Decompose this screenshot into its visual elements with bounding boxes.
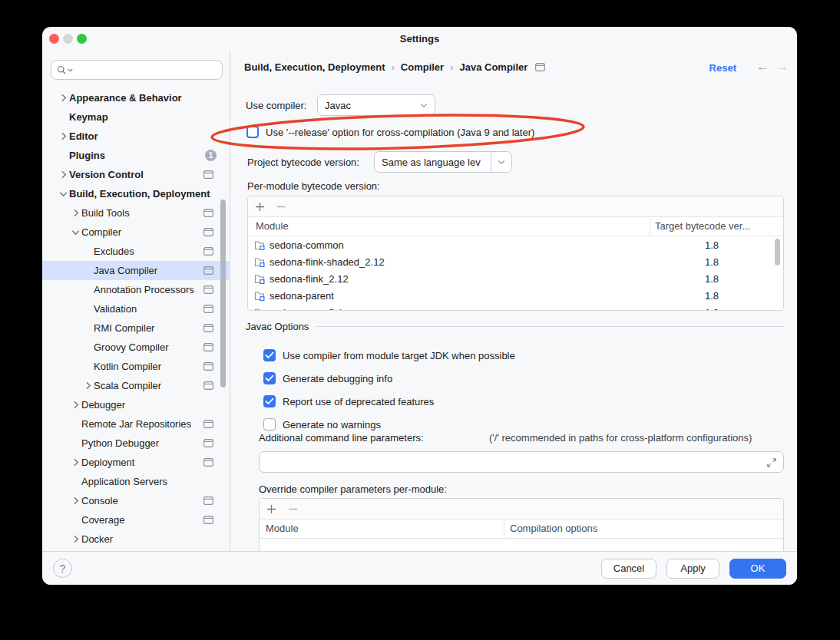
cancel-button[interactable]: Cancel (601, 559, 656, 579)
sidebar-item-annotation-processors[interactable]: Annotation Processors (42, 280, 230, 299)
sidebar-item-appearance-behavior[interactable]: Appearance & Behavior (42, 88, 230, 107)
sidebar-item-application-servers[interactable]: Application Servers (42, 472, 230, 491)
reset-link[interactable]: Reset (709, 62, 736, 74)
close-window-button[interactable] (49, 34, 59, 44)
sidebar-item-build-tools[interactable]: Build Tools (42, 203, 230, 223)
column-divider[interactable] (650, 217, 650, 236)
sidebar-item-remote-jar-repositories[interactable]: Remote Jar Repositories (42, 414, 230, 434)
zoom-window-button[interactable] (77, 34, 87, 44)
column-divider[interactable] (504, 520, 504, 538)
sidebar-item-label: Docker (81, 533, 113, 545)
sidebar-item-build-execution-deployment[interactable]: Build, Execution, Deployment (42, 184, 230, 203)
use-compiler-select[interactable]: Javac (317, 94, 435, 116)
expand-field-icon[interactable] (766, 457, 777, 468)
column-header-target[interactable]: Target bytecode ver... (655, 220, 750, 232)
module-row-sedona-common[interactable]: sedona-common1.8 (248, 236, 783, 253)
sidebar-item-groovy-compiler[interactable]: Groovy Compiler (42, 338, 230, 357)
chevron-right-icon[interactable] (70, 495, 81, 506)
sidebar-item-java-compiler[interactable]: Java Compiler (42, 261, 230, 280)
sidebar-item-rmi-compiler[interactable]: RMI Compiler (42, 318, 230, 338)
sidebar-item-plugins[interactable]: Plugins1 (42, 146, 230, 165)
sidebar-item-console[interactable]: Console (42, 491, 230, 510)
project-scope-icon (203, 285, 213, 294)
add-icon[interactable] (255, 202, 265, 212)
sidebar-item-kotlin-compiler[interactable]: Kotlin Compiler (42, 357, 230, 376)
apply-button[interactable]: Apply (666, 559, 719, 579)
target-bytecode-value[interactable]: 1.8 (705, 256, 719, 268)
checkbox[interactable] (263, 349, 276, 361)
search-history-chevron-icon[interactable] (68, 68, 73, 72)
cmdline-label: Additional command line parameters: (259, 432, 424, 444)
minimize-window-button[interactable] (63, 34, 73, 44)
target-bytecode-value[interactable]: 1.8 (705, 273, 719, 285)
table-scrollbar-thumb[interactable] (775, 239, 780, 266)
target-bytecode-value[interactable]: 1.8 (705, 307, 719, 312)
project-bytecode-combobox[interactable]: Same as language lev (374, 151, 512, 173)
search-input[interactable] (74, 64, 217, 76)
chevron-spacer (70, 514, 81, 526)
chevron-down-icon[interactable] (58, 188, 69, 200)
sidebar-item-coverage[interactable]: Coverage (42, 510, 230, 529)
chevron-right-icon[interactable] (82, 380, 94, 391)
ok-button[interactable]: OK (729, 559, 786, 579)
project-scope-icon (203, 458, 213, 467)
chevron-right-icon[interactable] (58, 130, 69, 142)
remove-icon[interactable] (276, 202, 286, 212)
chevron-right-icon[interactable] (70, 533, 81, 545)
breadcrumb-item-build-execution-deployment[interactable]: Build, Execution, Deployment (244, 61, 385, 73)
remove-icon[interactable] (288, 504, 298, 514)
checkbox[interactable] (263, 372, 276, 384)
chevron-right-icon[interactable] (58, 169, 69, 180)
sidebar-item-excludes[interactable]: Excludes (42, 242, 230, 261)
sidebar-item-label: Validation (94, 303, 137, 315)
checkbox-label: Generate debugging info (283, 373, 392, 384)
checkbox[interactable] (263, 395, 276, 407)
release-option-row: Use '--release' option for cross-compila… (246, 125, 534, 139)
window-title: Settings (400, 33, 439, 45)
chevron-down-icon[interactable] (491, 152, 511, 172)
back-arrow-icon[interactable]: ← (756, 60, 769, 74)
column-header-compilation-options[interactable]: Compilation options (510, 523, 597, 534)
forward-arrow-icon[interactable]: → (776, 60, 789, 74)
sidebar-item-validation[interactable]: Validation (42, 299, 230, 318)
sidebar-scrollbar-thumb[interactable] (220, 200, 226, 388)
chevron-right-icon[interactable] (70, 399, 81, 411)
sidebar-item-python-debugger[interactable]: Python Debugger (42, 434, 230, 453)
chevron-right-icon[interactable] (70, 457, 81, 468)
module-row-sedona-parent[interactable]: sedona-parent1.8 (248, 287, 783, 304)
search-box[interactable] (51, 60, 223, 80)
module-name: sedona-common (270, 239, 344, 251)
sidebar-item-version-control[interactable]: Version Control (42, 165, 230, 184)
sidebar-item-compiler[interactable]: Compiler (42, 223, 230, 242)
chevron-down-icon[interactable] (70, 226, 81, 238)
release-option-checkbox[interactable] (246, 126, 259, 138)
column-header-module[interactable]: Module (266, 523, 299, 534)
chevron-right-icon[interactable] (70, 207, 81, 219)
sidebar-item-label: Appearance & Behavior (69, 92, 182, 104)
breadcrumb-item-compiler[interactable]: Compiler (401, 61, 444, 73)
checkbox[interactable] (263, 418, 276, 431)
project-scope-icon (203, 381, 213, 390)
sidebar-item-editor[interactable]: Editor (42, 127, 230, 146)
sidebar-item-deployment[interactable]: Deployment (42, 453, 230, 472)
project-scope-icon (203, 516, 213, 524)
column-header-module[interactable]: Module (256, 220, 289, 232)
chevron-right-icon[interactable] (58, 92, 69, 104)
search-icon (57, 65, 67, 75)
sidebar-item-keymap[interactable]: Keymap (42, 107, 230, 127)
sidebar-item-debugger[interactable]: Debugger (42, 395, 230, 414)
target-bytecode-value[interactable]: 1.8 (705, 290, 719, 302)
chevron-spacer (70, 476, 81, 487)
module-row-sedona-snowflake[interactable]: sedona-snowflake1.8 (248, 304, 783, 311)
target-bytecode-value[interactable]: 1.8 (705, 239, 719, 251)
add-icon[interactable] (266, 504, 276, 514)
sidebar-item-scala-compiler[interactable]: Scala Compiler (42, 376, 230, 395)
cmdline-input[interactable] (260, 452, 783, 472)
dialog-footer: ? Cancel Apply OK (42, 551, 797, 585)
javac-option-report-use-of-deprecated-features: Report use of deprecated features (263, 390, 515, 413)
sidebar-item-docker[interactable]: Docker (42, 529, 230, 549)
help-button[interactable]: ? (53, 559, 72, 578)
module-row-sedona-flink-2-12[interactable]: sedona-flink_2.121.8 (248, 270, 783, 287)
module-row-sedona-flink-shaded-2-12[interactable]: sedona-flink-shaded_2.121.8 (248, 253, 783, 270)
settings-tree: Appearance & BehaviorKeymapEditorPlugins… (42, 88, 230, 549)
